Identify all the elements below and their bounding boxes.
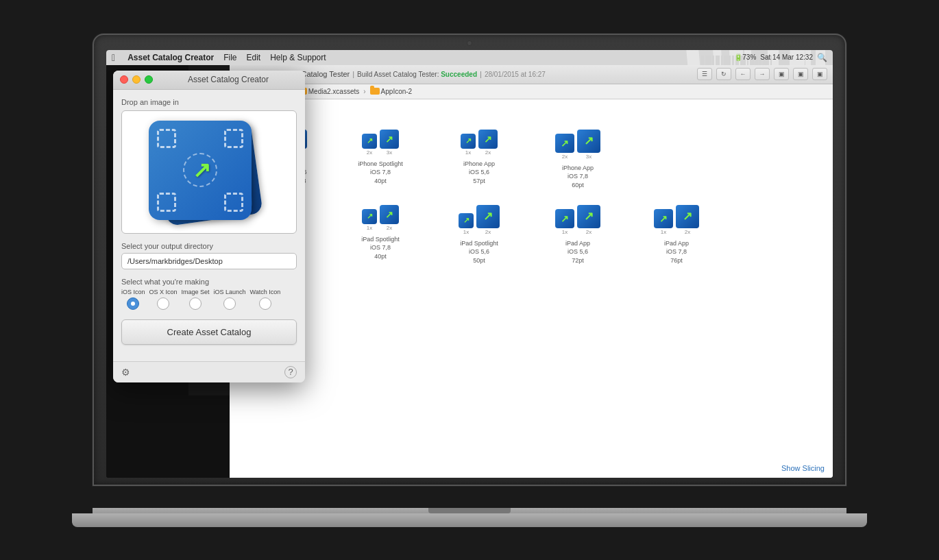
asset-group-label: iPhone AppiOS 7,860pt bbox=[562, 164, 594, 190]
icon-2x: 2x bbox=[478, 130, 498, 156]
app-icon-preview: ↗ bbox=[141, 117, 278, 227]
apple-menu[interactable]:  bbox=[112, 52, 115, 63]
asset-groups-container: 1x 2x 3x bbox=[241, 130, 822, 337]
build-result: Succeeded bbox=[441, 71, 477, 78]
window-title: Asset Catalog Creator bbox=[158, 75, 298, 84]
xcode-content: on-2 1x bbox=[230, 99, 833, 478]
zoom-button[interactable] bbox=[145, 75, 153, 84]
icon-img bbox=[478, 130, 498, 149]
radio-label-osx: OS X Icon bbox=[149, 289, 178, 295]
corner-bl bbox=[157, 193, 176, 212]
asset-group-label: iPad AppiOS 7,876pt bbox=[664, 239, 689, 265]
list-view-btn[interactable]: ☰ bbox=[697, 68, 712, 80]
asset-folder-label: on-2 bbox=[241, 113, 822, 121]
settings-icon[interactable]: ⚙ bbox=[121, 367, 130, 378]
create-asset-catalog-button[interactable]: Create Asset Catalog bbox=[121, 319, 297, 345]
scale-label: 1x bbox=[367, 225, 372, 231]
asset-group-ipad-spotlight-40: 1x 2x iPad SpotlightiOS 7,840pt bbox=[339, 205, 422, 261]
view-btn3[interactable]: ▣ bbox=[812, 68, 827, 80]
making-label: Select what you're making bbox=[121, 278, 297, 286]
asset-group-label: iPhone AppiOS 5,657pt bbox=[463, 160, 495, 186]
nav-back-btn[interactable]: ← bbox=[735, 68, 751, 80]
refresh-btn[interactable]: ↻ bbox=[716, 68, 731, 80]
icon-img bbox=[555, 209, 574, 228]
icon-img bbox=[577, 130, 600, 153]
icon-1x: 1x bbox=[654, 209, 673, 235]
nav-breadcrumb-3: AppIcon-2 bbox=[370, 88, 413, 95]
icon-2x: 2x bbox=[577, 205, 600, 235]
radio-btn-launch[interactable] bbox=[223, 297, 236, 310]
desktop:  Asset Catalog Creator File Edit Help &… bbox=[106, 50, 833, 478]
radio-osx-icon[interactable]: OS X Icon bbox=[149, 289, 178, 310]
scale-label: 3x bbox=[387, 149, 392, 156]
view-btn1[interactable]: ▣ bbox=[774, 68, 789, 80]
xcode-window: 📱 iPhone 6 › Asset Catalog Tester | Buil… bbox=[230, 65, 833, 478]
file-menu[interactable]: File bbox=[223, 53, 236, 62]
scale-label: 2x bbox=[387, 225, 392, 231]
radio-ios-icon[interactable]: iOS Icon bbox=[121, 289, 145, 310]
directory-path[interactable]: /Users/markbridges/Desktop bbox=[121, 253, 297, 269]
icon-3x: 3x bbox=[380, 130, 399, 156]
xcode-toolbar-buttons: ☰ ↻ ← → ▣ ▣ ▣ bbox=[697, 68, 827, 80]
corner-br bbox=[224, 193, 243, 212]
folder-icon-2 bbox=[370, 88, 380, 95]
scale-label: 3x bbox=[586, 154, 592, 160]
datetime: Sat 14 Mar 12:32 bbox=[760, 53, 813, 61]
help-support-menu[interactable]: Help & Support bbox=[270, 53, 326, 62]
asset-icons: 1x 2x bbox=[654, 205, 699, 235]
view-btn2[interactable]: ▣ bbox=[793, 68, 808, 80]
scale-label: 1x bbox=[562, 229, 568, 235]
radio-label-ios: iOS Icon bbox=[121, 289, 145, 295]
radio-image-set[interactable]: Image Set bbox=[182, 289, 210, 310]
screen:  Asset Catalog Creator File Edit Help &… bbox=[106, 50, 833, 478]
drop-label: Drop an image in bbox=[121, 98, 297, 106]
asset-group-ipad-app-72: 1x 2x iPad AppiOS 5,672pt bbox=[537, 205, 619, 265]
radio-watch-icon[interactable]: Watch Icon bbox=[250, 289, 281, 310]
screen-bezel:  Asset Catalog Creator File Edit Help &… bbox=[93, 34, 846, 486]
scale-label: 1x bbox=[661, 229, 666, 235]
radio-ios-launch[interactable]: iOS Launch bbox=[214, 289, 246, 310]
icon-card-front: ↗ bbox=[149, 121, 252, 220]
drop-zone[interactable]: ↗ bbox=[121, 110, 297, 234]
asset-group-ipad-spotlight-50: 1x 2x iPad SpotlightiOS 5,650pt bbox=[438, 205, 520, 265]
icon-img bbox=[362, 134, 377, 149]
menubar-status: 🔋73% Sat 14 Mar 12:32 🔍 bbox=[734, 53, 827, 62]
asset-icons: 1x 2x bbox=[459, 205, 500, 235]
radio-btn-osx[interactable] bbox=[157, 297, 169, 310]
icon-2x: 2x bbox=[380, 205, 399, 231]
radio-btn-imgset[interactable] bbox=[189, 297, 202, 310]
arrow-icon: ↗ bbox=[193, 157, 211, 183]
app-window: Asset Catalog Creator Drop an image in bbox=[113, 71, 305, 382]
corner-tl bbox=[157, 129, 176, 148]
xcode-nav-breadcrumb: et Catalog Tester › Media2.xcassets › Ap… bbox=[230, 84, 833, 99]
asset-group-ipad-app-76: 1x 2x iPad AppiOS 7,876pt bbox=[635, 205, 718, 265]
icon-img bbox=[459, 213, 474, 228]
scale-label: 2x bbox=[586, 229, 592, 235]
icon-img bbox=[676, 205, 699, 228]
icon-img bbox=[476, 205, 500, 228]
icon-2x: 2x bbox=[555, 134, 574, 160]
scale-label: 2x bbox=[485, 149, 491, 156]
corner-tr bbox=[224, 129, 243, 148]
scale-label: 2x bbox=[685, 229, 690, 235]
help-icon[interactable]: ? bbox=[284, 366, 297, 378]
asset-group-iphone-app-57: 1x 2x iPhone AppiOS 5,657pt bbox=[438, 130, 520, 186]
close-button[interactable] bbox=[120, 75, 128, 84]
edit-menu[interactable]: Edit bbox=[247, 53, 261, 62]
menubar:  Asset Catalog Creator File Edit Help &… bbox=[106, 50, 833, 65]
icon-img bbox=[380, 205, 399, 224]
laptop-notch bbox=[428, 508, 511, 513]
minimize-button[interactable] bbox=[132, 75, 141, 84]
radio-btn-watch[interactable] bbox=[259, 297, 271, 310]
search-icon[interactable]: 🔍 bbox=[817, 53, 827, 62]
radio-label-launch: iOS Launch bbox=[214, 289, 246, 295]
nav-forward-btn[interactable]: → bbox=[755, 68, 770, 80]
scale-label: 1x bbox=[465, 149, 471, 156]
directory-label: Select your output directory bbox=[121, 242, 297, 250]
window-footer: ⚙ ? bbox=[113, 361, 305, 382]
radio-btn-ios[interactable] bbox=[127, 297, 139, 310]
icon-img bbox=[577, 205, 600, 228]
scale-label: 1x bbox=[463, 229, 469, 235]
show-slicing-btn[interactable]: Show Slicing bbox=[781, 464, 825, 472]
asset-icons: 1x 2x bbox=[362, 205, 399, 231]
